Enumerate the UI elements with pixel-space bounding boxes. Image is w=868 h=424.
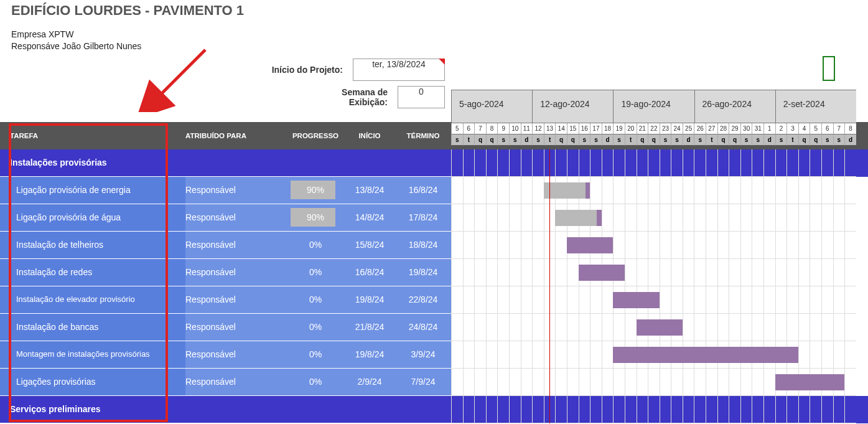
task-assigned[interactable]: Responsável — [185, 314, 286, 341]
task-start[interactable]: 19/8/24 — [345, 341, 394, 369]
task-progress-cell[interactable]: 0% — [286, 341, 345, 369]
task-progress-value: 90% — [291, 208, 340, 227]
cell-empty — [345, 396, 394, 423]
task-end[interactable]: 24/8/24 — [394, 314, 452, 341]
task-assigned[interactable]: Responsável — [185, 259, 286, 286]
gantt-bar[interactable] — [613, 347, 798, 363]
week-header: 19-ago-2024 — [613, 90, 694, 123]
day-letter: q — [648, 134, 660, 146]
task-assigned[interactable]: Responsável — [185, 369, 286, 396]
task-progress-cell[interactable]: 90% — [286, 204, 345, 232]
gantt-bar[interactable] — [567, 237, 613, 253]
task-name[interactable]: Instalação de elevador provisório — [0, 286, 185, 314]
gantt-bar[interactable] — [613, 292, 659, 308]
day-number: 6 — [821, 123, 833, 134]
task-assigned[interactable]: Responsável — [185, 204, 286, 232]
day-number: 24 — [671, 123, 683, 134]
gantt-bar[interactable] — [775, 374, 845, 390]
day-letter: d — [763, 134, 775, 146]
task-progress-cell[interactable]: 0% — [286, 259, 345, 286]
task-assigned[interactable]: Responsável — [185, 341, 286, 369]
gantt-bar[interactable] — [544, 182, 590, 199]
cell-empty — [286, 149, 345, 177]
day-number: 21 — [637, 123, 648, 134]
day-letter: s — [671, 134, 683, 146]
gantt-bar-progress — [555, 210, 597, 226]
week-header: 5-ago-2024 — [451, 90, 532, 123]
day-letter: q — [555, 134, 567, 146]
task-start[interactable]: 16/8/24 — [345, 259, 394, 286]
task-start[interactable]: 21/8/24 — [345, 314, 394, 341]
task-progress-cell[interactable]: 0% — [286, 232, 345, 259]
task-progress-cell[interactable]: 0% — [286, 369, 345, 396]
task-progress-cell[interactable]: 0% — [286, 286, 345, 314]
day-number: 11 — [521, 123, 533, 134]
task-start[interactable]: 2/9/24 — [345, 369, 394, 396]
task-progress-value: 0% — [291, 235, 340, 254]
task-end[interactable]: 19/8/24 — [394, 259, 452, 286]
gantt-bar[interactable] — [637, 319, 683, 336]
gantt-bar[interactable] — [579, 265, 625, 281]
day-letter: d — [521, 134, 533, 146]
task-end[interactable]: 17/8/24 — [394, 204, 452, 232]
day-number: 13 — [544, 123, 556, 134]
day-number: 23 — [660, 123, 671, 134]
task-end[interactable]: 16/8/24 — [394, 177, 452, 204]
day-letter: t — [625, 134, 637, 146]
task-end[interactable]: 18/8/24 — [394, 232, 452, 259]
day-number: 29 — [729, 123, 740, 134]
day-letter: q — [637, 134, 648, 146]
company-value: XPTW — [49, 29, 73, 39]
day-number: 3 — [786, 123, 798, 134]
task-assigned[interactable]: Responsável — [185, 177, 286, 204]
day-letter: s — [451, 134, 463, 146]
day-number: 18 — [602, 123, 614, 134]
task-progress-cell[interactable]: 90% — [286, 177, 345, 204]
day-number: 15 — [567, 123, 579, 134]
day-letter: s — [497, 134, 509, 146]
day-number: 22 — [648, 123, 660, 134]
day-letter: t — [544, 134, 556, 146]
day-number: 14 — [555, 123, 567, 134]
task-end[interactable]: 7/9/24 — [394, 369, 452, 396]
task-start[interactable]: 19/8/24 — [345, 286, 394, 314]
day-letter: q — [810, 134, 821, 146]
day-number: 8 — [844, 123, 856, 134]
gantt-bar[interactable] — [555, 210, 601, 226]
cell-empty — [286, 396, 345, 423]
header-task: TAREFA — [0, 132, 185, 139]
day-letter: s — [752, 134, 763, 146]
gantt-row — [451, 259, 868, 286]
header-start: INÍCIO — [345, 132, 394, 139]
header-assigned: ATRIBUÍDO PARA — [185, 132, 286, 139]
day-letter: q — [474, 134, 486, 146]
task-name[interactable]: Instalação de telheiros — [0, 232, 185, 259]
task-start[interactable]: 13/8/24 — [345, 177, 394, 204]
task-assigned[interactable]: Responsável — [185, 286, 286, 314]
task-name[interactable]: Ligações provisórias — [0, 369, 185, 396]
day-letter: s — [740, 134, 752, 146]
project-start-label: Início do Projeto: — [259, 65, 353, 75]
task-name[interactable]: Ligação provisória de energia — [0, 177, 185, 204]
task-assigned[interactable]: Responsável — [185, 232, 286, 259]
gantt-chart — [451, 149, 868, 423]
task-start[interactable]: 15/8/24 — [345, 232, 394, 259]
task-start[interactable]: 14/8/24 — [345, 204, 394, 232]
task-name[interactable]: Instalação de redes — [0, 259, 185, 286]
task-name[interactable]: Instalação de bancas — [0, 314, 185, 341]
project-start-input[interactable]: ter, 13/8/2024 — [353, 59, 445, 81]
cell-empty — [394, 149, 452, 177]
task-name[interactable]: Ligação provisória de água — [0, 204, 185, 232]
task-end[interactable]: 22/8/24 — [394, 286, 452, 314]
week-header: 26-ago-2024 — [694, 90, 775, 123]
day-number: 26 — [694, 123, 706, 134]
task-progress-cell[interactable]: 0% — [286, 314, 345, 341]
task-end[interactable]: 3/9/24 — [394, 341, 452, 369]
day-number: 4 — [798, 123, 810, 134]
day-number: 10 — [509, 123, 521, 134]
cell-comment-marker-icon — [439, 59, 445, 65]
project-start-value: ter, 13/8/2024 — [372, 59, 426, 69]
gantt-row — [451, 396, 868, 423]
task-name[interactable]: Montagem de instalações provisórias — [0, 341, 185, 369]
cell-empty — [185, 149, 286, 177]
